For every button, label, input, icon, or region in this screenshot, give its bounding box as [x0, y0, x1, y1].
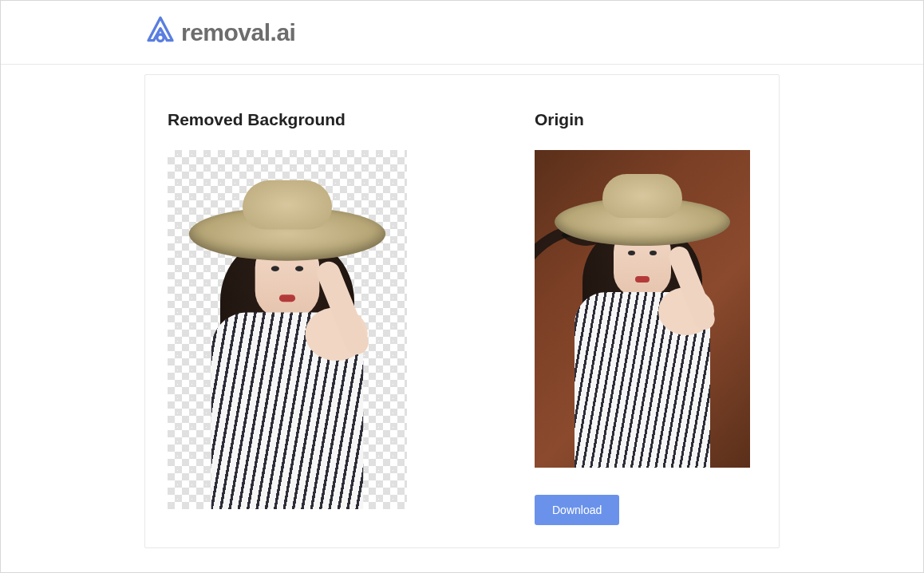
download-button[interactable]: Download [535, 495, 619, 525]
result-card: Removed Background Origin [144, 74, 780, 548]
removed-background-image [168, 150, 407, 509]
main-content: Removed Background Origin [1, 65, 923, 548]
origin-panel-title: Origin [535, 110, 750, 129]
origin-image [535, 150, 750, 468]
origin-panel: Origin Download [535, 110, 750, 525]
logo-mark-icon [144, 15, 176, 50]
brand-logo[interactable]: removal.ai [144, 15, 295, 50]
svg-point-0 [157, 34, 164, 41]
removed-panel-title: Removed Background [168, 110, 407, 129]
removed-panel: Removed Background [168, 110, 407, 525]
header: removal.ai [1, 1, 923, 65]
brand-name: removal.ai [181, 19, 295, 46]
